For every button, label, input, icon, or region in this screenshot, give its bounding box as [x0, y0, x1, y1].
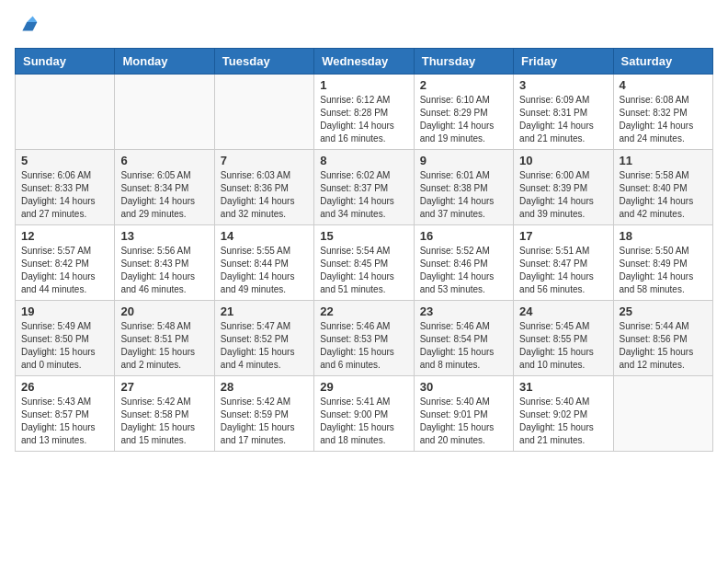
- calendar-week-row: 5Sunrise: 6:06 AM Sunset: 8:33 PM Daylig…: [16, 150, 713, 225]
- day-info: Sunrise: 5:43 AM Sunset: 8:57 PM Dayligh…: [21, 396, 108, 447]
- day-info: Sunrise: 5:49 AM Sunset: 8:50 PM Dayligh…: [21, 320, 108, 372]
- day-number: 13: [120, 229, 208, 243]
- calendar-cell: 16Sunrise: 5:52 AM Sunset: 8:46 PM Dayli…: [414, 225, 513, 301]
- day-info: Sunrise: 5:47 AM Sunset: 8:52 PM Dayligh…: [221, 320, 308, 372]
- day-number: 31: [519, 380, 607, 394]
- calendar-cell: 19Sunrise: 5:49 AM Sunset: 8:50 PM Dayli…: [16, 301, 115, 376]
- calendar-cell: 30Sunrise: 5:40 AM Sunset: 9:01 PM Dayli…: [414, 376, 513, 452]
- calendar-cell: 25Sunrise: 5:44 AM Sunset: 8:56 PM Dayli…: [613, 301, 712, 376]
- calendar-cell: 3Sunrise: 6:09 AM Sunset: 8:31 PM Daylig…: [514, 75, 613, 150]
- day-number: 10: [519, 154, 607, 167]
- calendar-cell: [613, 376, 712, 452]
- svg-marker-0: [22, 22, 37, 31]
- day-info: Sunrise: 5:42 AM Sunset: 8:58 PM Dayligh…: [120, 396, 208, 447]
- calendar-cell: 1Sunrise: 6:12 AM Sunset: 8:28 PM Daylig…: [314, 75, 414, 150]
- weekday-header-wednesday: Wednesday: [314, 49, 414, 75]
- calendar-cell: 22Sunrise: 5:46 AM Sunset: 8:53 PM Dayli…: [314, 301, 414, 376]
- day-number: 18: [620, 229, 707, 243]
- calendar-cell: 18Sunrise: 5:50 AM Sunset: 8:49 PM Dayli…: [613, 225, 712, 301]
- day-info: Sunrise: 6:01 AM Sunset: 8:38 PM Dayligh…: [420, 169, 507, 221]
- day-info: Sunrise: 6:10 AM Sunset: 8:29 PM Dayligh…: [420, 94, 507, 145]
- calendar-cell: 11Sunrise: 5:58 AM Sunset: 8:40 PM Dayli…: [613, 150, 712, 225]
- svg-marker-1: [27, 17, 37, 22]
- day-number: 6: [120, 154, 208, 167]
- calendar-cell: 27Sunrise: 5:42 AM Sunset: 8:58 PM Dayli…: [115, 376, 214, 452]
- day-info: Sunrise: 5:58 AM Sunset: 8:40 PM Dayligh…: [620, 169, 707, 221]
- calendar-cell: 10Sunrise: 6:00 AM Sunset: 8:39 PM Dayli…: [514, 150, 613, 225]
- calendar-cell: 9Sunrise: 6:01 AM Sunset: 8:38 PM Daylig…: [414, 150, 513, 225]
- calendar-cell: 5Sunrise: 6:06 AM Sunset: 8:33 PM Daylig…: [16, 150, 115, 225]
- calendar-cell: 20Sunrise: 5:48 AM Sunset: 8:51 PM Dayli…: [115, 301, 214, 376]
- day-info: Sunrise: 5:40 AM Sunset: 9:02 PM Dayligh…: [519, 396, 607, 447]
- day-info: Sunrise: 5:42 AM Sunset: 8:59 PM Dayligh…: [221, 396, 308, 447]
- calendar-week-row: 12Sunrise: 5:57 AM Sunset: 8:42 PM Dayli…: [16, 225, 713, 301]
- calendar-cell: 15Sunrise: 5:54 AM Sunset: 8:45 PM Dayli…: [314, 225, 414, 301]
- day-info: Sunrise: 6:05 AM Sunset: 8:34 PM Dayligh…: [120, 169, 208, 221]
- logo-icon: [17, 15, 39, 37]
- calendar-week-row: 26Sunrise: 5:43 AM Sunset: 8:57 PM Dayli…: [16, 376, 713, 452]
- weekday-header-tuesday: Tuesday: [214, 49, 313, 75]
- page-header: [15, 15, 713, 37]
- calendar-cell: 24Sunrise: 5:45 AM Sunset: 8:55 PM Dayli…: [514, 301, 613, 376]
- day-info: Sunrise: 5:46 AM Sunset: 8:54 PM Dayligh…: [420, 320, 507, 372]
- day-number: 12: [21, 229, 108, 243]
- calendar-week-row: 1Sunrise: 6:12 AM Sunset: 8:28 PM Daylig…: [16, 75, 713, 150]
- day-info: Sunrise: 5:52 AM Sunset: 8:46 PM Dayligh…: [420, 245, 507, 296]
- day-number: 23: [420, 304, 507, 318]
- calendar-cell: 26Sunrise: 5:43 AM Sunset: 8:57 PM Dayli…: [16, 376, 115, 452]
- day-info: Sunrise: 5:57 AM Sunset: 8:42 PM Dayligh…: [21, 245, 108, 296]
- day-number: 25: [620, 304, 707, 318]
- day-number: 20: [120, 304, 208, 318]
- day-number: 2: [420, 78, 507, 92]
- weekday-header-monday: Monday: [115, 49, 214, 75]
- day-info: Sunrise: 6:03 AM Sunset: 8:36 PM Dayligh…: [221, 169, 308, 221]
- day-number: 7: [221, 154, 308, 167]
- day-info: Sunrise: 5:55 AM Sunset: 8:44 PM Dayligh…: [221, 245, 308, 296]
- calendar-cell: [214, 75, 313, 150]
- calendar-cell: 2Sunrise: 6:10 AM Sunset: 8:29 PM Daylig…: [414, 75, 513, 150]
- day-number: 15: [320, 229, 407, 243]
- day-info: Sunrise: 5:44 AM Sunset: 8:56 PM Dayligh…: [620, 320, 707, 372]
- day-number: 26: [21, 380, 108, 394]
- calendar-cell: [16, 75, 115, 150]
- weekday-header-row: SundayMondayTuesdayWednesdayThursdayFrid…: [16, 49, 713, 75]
- day-number: 5: [21, 154, 108, 167]
- calendar-cell: 4Sunrise: 6:08 AM Sunset: 8:32 PM Daylig…: [613, 75, 712, 150]
- calendar-cell: 21Sunrise: 5:47 AM Sunset: 8:52 PM Dayli…: [214, 301, 313, 376]
- calendar-cell: 23Sunrise: 5:46 AM Sunset: 8:54 PM Dayli…: [414, 301, 513, 376]
- day-info: Sunrise: 5:46 AM Sunset: 8:53 PM Dayligh…: [320, 320, 407, 372]
- calendar-cell: 6Sunrise: 6:05 AM Sunset: 8:34 PM Daylig…: [115, 150, 214, 225]
- day-info: Sunrise: 5:54 AM Sunset: 8:45 PM Dayligh…: [320, 245, 407, 296]
- day-number: 11: [620, 154, 707, 167]
- day-info: Sunrise: 5:45 AM Sunset: 8:55 PM Dayligh…: [519, 320, 607, 372]
- day-number: 17: [519, 229, 607, 243]
- day-number: 22: [320, 304, 407, 318]
- day-info: Sunrise: 5:56 AM Sunset: 8:43 PM Dayligh…: [120, 245, 208, 296]
- day-info: Sunrise: 6:02 AM Sunset: 8:37 PM Dayligh…: [320, 169, 407, 221]
- day-info: Sunrise: 6:06 AM Sunset: 8:33 PM Dayligh…: [21, 169, 108, 221]
- day-number: 24: [519, 304, 607, 318]
- logo: [15, 15, 39, 37]
- calendar-cell: 31Sunrise: 5:40 AM Sunset: 9:02 PM Dayli…: [514, 376, 613, 452]
- day-number: 14: [221, 229, 308, 243]
- weekday-header-sunday: Sunday: [16, 49, 115, 75]
- day-number: 27: [120, 380, 208, 394]
- day-number: 29: [320, 380, 407, 394]
- day-number: 28: [221, 380, 308, 394]
- day-number: 16: [420, 229, 507, 243]
- day-info: Sunrise: 5:50 AM Sunset: 8:49 PM Dayligh…: [620, 245, 707, 296]
- calendar-cell: 13Sunrise: 5:56 AM Sunset: 8:43 PM Dayli…: [115, 225, 214, 301]
- day-info: Sunrise: 5:41 AM Sunset: 9:00 PM Dayligh…: [320, 396, 407, 447]
- day-number: 3: [519, 78, 607, 92]
- day-info: Sunrise: 6:12 AM Sunset: 8:28 PM Dayligh…: [320, 94, 407, 145]
- calendar-week-row: 19Sunrise: 5:49 AM Sunset: 8:50 PM Dayli…: [16, 301, 713, 376]
- day-number: 8: [320, 154, 407, 167]
- calendar-cell: 12Sunrise: 5:57 AM Sunset: 8:42 PM Dayli…: [16, 225, 115, 301]
- calendar-cell: 17Sunrise: 5:51 AM Sunset: 8:47 PM Dayli…: [514, 225, 613, 301]
- calendar-cell: 14Sunrise: 5:55 AM Sunset: 8:44 PM Dayli…: [214, 225, 313, 301]
- weekday-header-friday: Friday: [514, 49, 613, 75]
- day-number: 9: [420, 154, 507, 167]
- calendar-table: SundayMondayTuesdayWednesdayThursdayFrid…: [15, 48, 713, 452]
- weekday-header-saturday: Saturday: [613, 49, 712, 75]
- calendar-cell: 28Sunrise: 5:42 AM Sunset: 8:59 PM Dayli…: [214, 376, 313, 452]
